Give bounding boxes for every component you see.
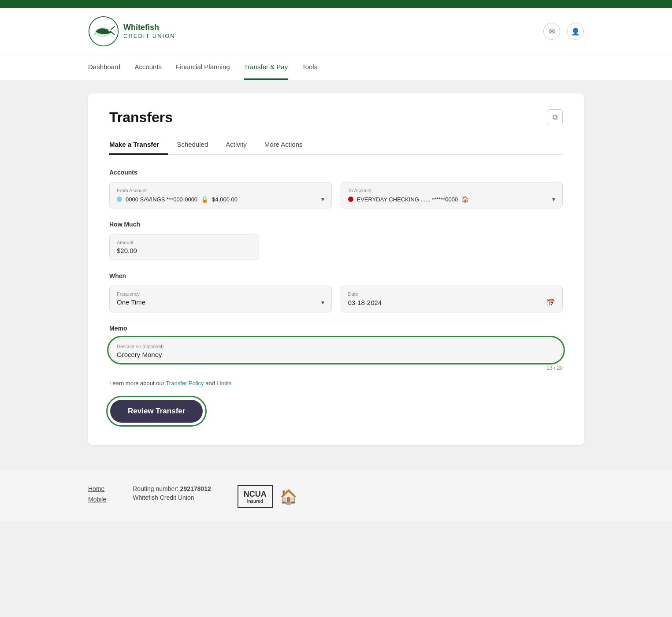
tab-more-actions[interactable]: More Actions <box>256 136 312 155</box>
footer-org: Whitefish Credit Union <box>133 494 211 501</box>
footer-center: Routing number: 292178012 Whitefish Cred… <box>133 485 211 501</box>
when-row: Frequency One Time ▾ Date 03-18-2024 📅 <box>109 286 563 312</box>
from-dot-icon <box>117 197 122 202</box>
footer-content: Home Mobile Routing number: 292178012 Wh… <box>88 485 584 508</box>
header: Whitefish CREDIT UNION ✉ 👤 <box>0 8 672 55</box>
mail-icon-button[interactable]: ✉ <box>543 23 560 40</box>
amount-label: Amount <box>117 240 252 245</box>
user-icon-button[interactable]: 👤 <box>567 23 584 40</box>
from-chevron-icon: ▾ <box>321 196 324 203</box>
frequency-chevron-icon: ▾ <box>321 299 324 306</box>
logo-credit-union: CREDIT UNION <box>123 33 175 40</box>
ncua-title: NCUA <box>244 490 267 499</box>
header-icons: ✉ 👤 <box>543 23 584 40</box>
nav-item-tools[interactable]: Tools <box>302 55 317 80</box>
to-chevron-icon: ▾ <box>552 196 555 203</box>
routing-text: Routing number: 292178012 <box>133 485 211 492</box>
transfers-card: Transfers ⧉ Make a Transfer Scheduled Ac… <box>88 93 584 445</box>
nav-item-financial-planning[interactable]: Financial Planning <box>176 55 230 80</box>
memo-section: Memo Description (Optional) Grocery Mone… <box>109 325 563 371</box>
logo-text: Whitefish CREDIT UNION <box>123 23 175 39</box>
memo-input-wrapper[interactable]: Description (Optional) Grocery Money <box>109 338 563 362</box>
footer: Home Mobile Routing number: 292178012 Wh… <box>0 471 672 522</box>
nav-item-transfer-pay[interactable]: Transfer & Pay <box>244 55 288 80</box>
how-much-section: How Much Amount $20.00 <box>109 221 563 260</box>
calendar-icon: 📅 <box>546 298 555 307</box>
date-value: 03-18-2024 <box>348 299 382 306</box>
when-label: When <box>109 272 563 279</box>
nav-item-dashboard[interactable]: Dashboard <box>88 55 120 80</box>
from-account-value: 0000 SAVINGS ***000-0000 🔒 $4,000.00 ▾ <box>117 196 324 203</box>
policy-text-prefix: Learn more about our <box>109 380 166 387</box>
card-header: Transfers ⧉ <box>109 109 563 126</box>
how-much-label: How Much <box>109 221 563 228</box>
amount-input-wrapper[interactable]: Amount $20.00 <box>109 234 259 260</box>
nav-item-accounts[interactable]: Accounts <box>134 55 162 80</box>
page-title: Transfers <box>109 109 173 126</box>
frequency-value: One Time <box>117 298 145 306</box>
home-icon: 🏠 <box>461 196 469 203</box>
equal-house-icon: 🏠 <box>280 488 297 505</box>
policy-and: and <box>204 380 217 387</box>
to-account-text: EVERYDAY CHECKING ...... ******0000 <box>357 196 458 203</box>
ncua-badges: NCUA insured 🏠 <box>238 485 297 508</box>
date-label: Date <box>348 291 556 297</box>
copy-icon-button[interactable]: ⧉ <box>547 109 563 125</box>
memo-label: Memo <box>109 325 563 332</box>
review-transfer-button[interactable]: Review Transfer <box>110 400 203 423</box>
transfer-policy-link[interactable]: Transfer Policy <box>166 380 204 387</box>
to-account-inner: EVERYDAY CHECKING ...... ******0000 🏠 <box>348 196 469 203</box>
frequency-select-inner: One Time ▾ <box>117 298 324 306</box>
from-account-inner: 0000 SAVINGS ***000-0000 🔒 $4,000.00 <box>117 196 238 203</box>
frequency-select[interactable]: Frequency One Time ▾ <box>109 286 332 312</box>
tab-make-transfer[interactable]: Make a Transfer <box>109 136 168 155</box>
accounts-row: From Account 0000 SAVINGS ***000-0000 🔒 … <box>109 182 563 208</box>
ncua-subtitle: insured <box>247 499 263 504</box>
logo-whitefish: Whitefish <box>123 23 175 33</box>
from-account-text: 0000 SAVINGS ***000-0000 <box>126 196 197 203</box>
to-account-select[interactable]: To Account EVERYDAY CHECKING ...... ****… <box>341 182 563 208</box>
tab-scheduled[interactable]: Scheduled <box>168 136 217 155</box>
when-section: When Frequency One Time ▾ Date 03-18-202… <box>109 272 563 312</box>
to-account-label: To Account <box>348 188 556 193</box>
logo-fish-icon <box>88 16 119 47</box>
from-account-label: From Account <box>117 188 324 193</box>
amount-value: $20.00 <box>117 247 252 254</box>
footer-link-mobile[interactable]: Mobile <box>88 496 106 503</box>
review-btn-wrapper: Review Transfer <box>109 399 204 424</box>
frequency-label: Frequency <box>117 291 324 297</box>
svg-point-2 <box>108 30 110 31</box>
limits-link[interactable]: Limits <box>217 380 232 387</box>
date-select-inner: 03-18-2024 📅 <box>348 298 556 307</box>
accounts-label: Accounts <box>109 169 563 176</box>
char-count: 13 / 20 <box>109 365 563 371</box>
footer-link-home[interactable]: Home <box>88 485 106 492</box>
from-account-balance: $4,000.00 <box>212 196 238 203</box>
from-account-select[interactable]: From Account 0000 SAVINGS ***000-0000 🔒 … <box>109 182 332 208</box>
routing-number: 292178012 <box>180 485 211 492</box>
routing-label: Routing number: <box>133 485 180 492</box>
tabs: Make a Transfer Scheduled Activity More … <box>109 136 563 155</box>
footer-links: Home Mobile <box>88 485 106 503</box>
tab-activity[interactable]: Activity <box>217 136 256 155</box>
description-value: Grocery Money <box>117 351 555 358</box>
ncua-box: NCUA insured <box>238 485 273 508</box>
main-content: Transfers ⧉ Make a Transfer Scheduled Ac… <box>0 80 672 458</box>
description-label: Description (Optional) <box>117 344 555 349</box>
policy-text: Learn more about our Transfer Policy and… <box>109 380 563 387</box>
to-account-value: EVERYDAY CHECKING ...... ******0000 🏠 ▾ <box>348 196 556 203</box>
logo-area: Whitefish CREDIT UNION <box>88 16 175 47</box>
lock-icon: 🔒 <box>201 196 208 203</box>
nav-bar: Dashboard Accounts Financial Planning Tr… <box>0 55 672 80</box>
top-bar <box>0 0 672 8</box>
date-select[interactable]: Date 03-18-2024 📅 <box>341 286 563 312</box>
accounts-section: Accounts From Account 0000 SAVINGS ***00… <box>109 169 563 208</box>
to-dot-icon <box>348 197 353 202</box>
